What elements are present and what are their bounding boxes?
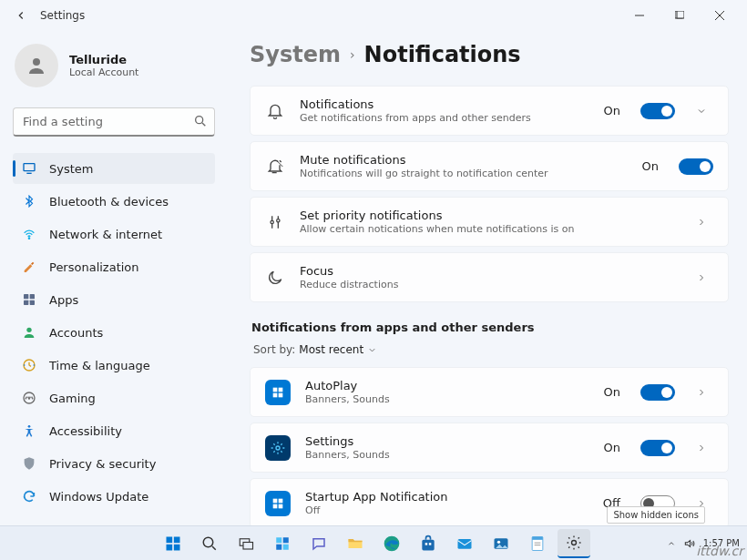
svg-rect-33 [174,544,180,550]
app-tile-icon [265,435,291,461]
svg-rect-44 [425,543,428,545]
app-subtitle: Banners, Sounds [305,449,589,461]
app-row-settings[interactable]: Settings Banners, Sounds On [250,423,729,473]
account-type: Local Account [69,66,138,78]
edge-button[interactable] [375,529,408,558]
svg-rect-41 [283,544,289,549]
bluetooth-icon [22,194,36,209]
svg-rect-22 [279,387,283,392]
sidebar-item-label: Time & language [49,359,150,372]
arrow-left-icon [15,9,27,22]
svg-point-34 [203,537,213,547]
setting-title: Mute notifications [300,153,628,167]
open-button[interactable] [690,217,713,228]
svg-rect-40 [276,544,281,549]
svg-point-48 [497,540,500,543]
breadcrumb-parent[interactable]: System [250,42,341,67]
app-row-autoplay[interactable]: AutoPlay Banners, Sounds On [250,367,729,417]
chat-icon [311,535,327,552]
photos-button[interactable] [485,529,517,558]
settings-app-toggle[interactable] [640,440,675,456]
notifications-toggle[interactable] [640,103,675,119]
search-icon [193,114,208,128]
sidebar-item-label: Accessibility [49,424,122,438]
sidebar-item-network[interactable]: Network & internet [13,219,215,249]
app-title: Settings [305,434,589,448]
svg-rect-31 [174,536,180,543]
back-button[interactable] [7,2,35,29]
svg-rect-2 [677,11,684,18]
taskbar-search[interactable] [193,529,226,558]
close-icon [715,11,724,20]
window-controls [619,2,740,29]
search-input[interactable] [13,107,215,137]
chat-button[interactable] [302,529,335,558]
system-tray[interactable]: 1:57 PM [667,537,740,550]
notepad-button[interactable] [521,529,554,558]
sidebar-item-personalization[interactable]: Personalization [13,251,215,282]
mute-toggle[interactable] [679,158,713,175]
chevron-right-icon [696,387,707,398]
page-title: Notifications [364,42,521,67]
minimize-button[interactable] [619,2,660,29]
sort-dropdown[interactable]: Sort by: Most recent [253,343,729,356]
svg-rect-46 [458,539,472,549]
svg-rect-43 [422,539,434,550]
accounts-icon [22,325,36,340]
sidebar-item-accessibility[interactable]: Accessibility [13,415,215,446]
chevron-up-icon[interactable] [667,539,676,548]
account-block[interactable]: Telluride Local Account [13,40,215,91]
explorer-button[interactable] [339,529,372,558]
sidebar-item-time[interactable]: Time & language [13,350,215,381]
volume-icon[interactable] [683,537,696,550]
app-title: Startup App Notification [305,490,588,504]
svg-point-25 [276,446,280,450]
svg-rect-8 [24,164,35,171]
app-subtitle: Off [305,504,588,516]
setting-subtitle: Reduce distractions [300,279,675,290]
open-button[interactable] [690,272,713,283]
setting-mute[interactable]: Mute notifications Notifications will go… [250,141,729,191]
sidebar-item-accounts[interactable]: Accounts [13,317,215,348]
app-tile-icon [265,491,291,516]
close-button[interactable] [700,2,740,29]
widgets-icon [274,535,291,552]
person-icon [26,55,47,76]
priority-icon [265,212,285,232]
setting-priority[interactable]: Set priority notifications Allow certain… [250,197,729,247]
sidebar-item-gaming[interactable]: Gaming [13,382,215,413]
accessibility-icon [22,423,36,438]
store-icon [419,535,437,553]
widgets-button[interactable] [266,529,299,558]
expand-button[interactable] [690,106,713,117]
svg-rect-38 [276,537,281,543]
minimize-icon [635,11,644,20]
sidebar-item-apps[interactable]: Apps [13,284,215,315]
sidebar-item-privacy[interactable]: Privacy & security [13,448,215,479]
tray-clock[interactable]: 1:57 PM [703,538,740,548]
task-view-button[interactable] [230,529,262,558]
store-button[interactable] [412,529,445,558]
svg-point-20 [277,219,280,221]
setting-notifications[interactable]: Notifications Get notifications from app… [250,86,729,136]
sidebar-item-system[interactable]: System [13,153,215,184]
maximize-button[interactable] [660,2,700,29]
open-button[interactable] [690,387,713,398]
autoplay-toggle[interactable] [640,384,675,401]
svg-rect-11 [24,294,28,299]
sidebar-item-update[interactable]: Windows Update [13,481,215,512]
sidebar-item-label: Privacy & security [49,457,156,471]
maximize-icon [675,11,684,20]
start-button[interactable] [157,529,189,558]
sidebar-item-bluetooth[interactable]: Bluetooth & devices [13,186,215,217]
settings-button[interactable] [558,529,590,558]
svg-rect-14 [30,300,35,305]
system-icon [22,161,36,176]
svg-line-7 [202,123,205,126]
chevron-right-icon: › [350,47,355,62]
open-button[interactable] [690,443,713,453]
mail-button[interactable] [448,529,481,558]
mute-icon [265,157,285,177]
setting-focus[interactable]: Focus Reduce distractions [250,252,729,302]
svg-rect-29 [279,504,283,508]
